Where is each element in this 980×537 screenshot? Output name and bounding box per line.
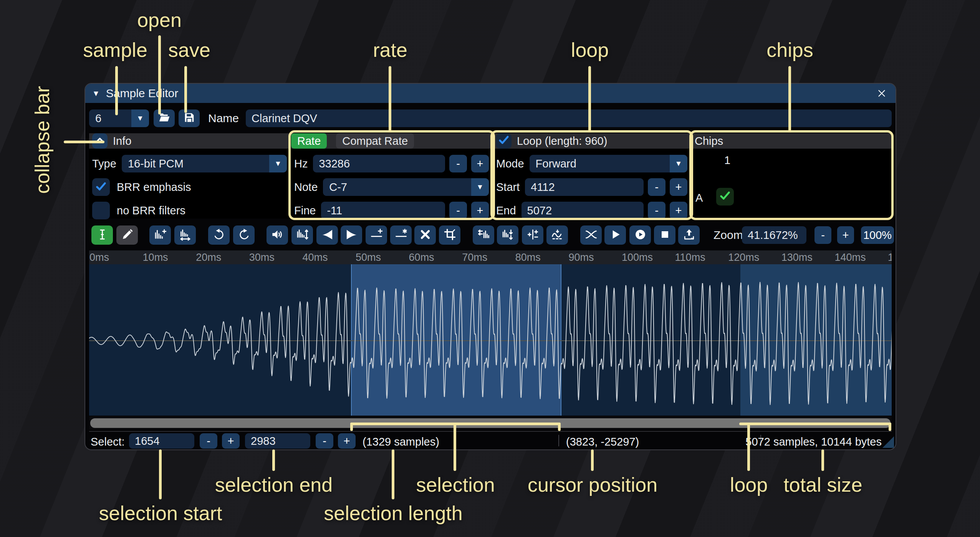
sample-selector-value: 6 bbox=[89, 109, 131, 127]
hz-input[interactable]: 33286 bbox=[313, 155, 445, 172]
toolbar-adjust-sign-button[interactable] bbox=[522, 225, 543, 245]
loop-end-minus-button[interactable]: - bbox=[648, 202, 665, 219]
total-size-text: 5072 samples, 10144 bytes bbox=[745, 436, 882, 448]
annotation-rate-label: rate bbox=[373, 38, 407, 61]
annotation-collapse-bar-label: collapse bar bbox=[31, 86, 54, 194]
zoom-in-button[interactable]: + bbox=[837, 226, 854, 244]
resize-grip[interactable] bbox=[882, 436, 894, 448]
collapse-info-button[interactable] bbox=[92, 133, 108, 149]
annotation-cursor-position-line bbox=[591, 449, 594, 471]
loop-mode-row: Mode Forward ▼ bbox=[496, 155, 687, 172]
loop-start-input[interactable]: 4112 bbox=[525, 178, 644, 196]
toolbar-reverse-button[interactable] bbox=[473, 225, 494, 245]
loop-end-plus-button[interactable]: + bbox=[670, 202, 687, 219]
chevron-down-icon[interactable]: ▼ bbox=[131, 109, 149, 127]
normalize-icon bbox=[296, 228, 309, 242]
toolbar-preview-sample-button[interactable] bbox=[604, 225, 626, 245]
loop-mode-dropdown[interactable]: Forward ▼ bbox=[530, 155, 687, 172]
chevron-down-icon[interactable]: ▼ bbox=[471, 178, 489, 196]
loop-enable-checkbox[interactable] bbox=[496, 133, 512, 149]
toolbar-trim-button[interactable] bbox=[439, 225, 460, 245]
close-button[interactable] bbox=[875, 86, 889, 100]
loop-mode-label: Mode bbox=[496, 157, 524, 170]
scrollbar-thumb[interactable] bbox=[90, 418, 891, 428]
chevron-down-icon[interactable]: ▼ bbox=[670, 155, 687, 172]
selection-start-plus-button[interactable]: + bbox=[222, 433, 240, 449]
zoom-input[interactable]: 41.1672% bbox=[742, 226, 806, 244]
sample-selector[interactable]: 6 ▼ bbox=[89, 109, 149, 127]
check-icon bbox=[94, 180, 108, 194]
toolbar-fade-out-button[interactable] bbox=[341, 225, 362, 245]
toolbar-apply-silence-button[interactable] bbox=[390, 225, 412, 245]
info-header-label: Info bbox=[113, 135, 131, 148]
hz-plus-button[interactable]: + bbox=[471, 155, 489, 172]
amplify-icon bbox=[271, 228, 284, 242]
no-brr-filters-row: no BRR filters bbox=[92, 202, 287, 219]
fine-label: Fine bbox=[294, 204, 316, 217]
save-sample-button[interactable] bbox=[179, 109, 200, 127]
ruler-tick: 150ms bbox=[888, 252, 892, 264]
loop-start-plus-button[interactable]: + bbox=[670, 178, 687, 196]
reset-zoom-button[interactable]: 100% bbox=[861, 226, 894, 244]
loop-start-minus-button[interactable]: - bbox=[648, 178, 665, 196]
toolbar-redo-button[interactable] bbox=[233, 225, 255, 245]
save-icon bbox=[183, 111, 195, 125]
loop-end-input[interactable]: 5072 bbox=[521, 202, 644, 219]
zoom-out-button[interactable]: - bbox=[814, 226, 831, 244]
titlebar[interactable]: ▼ Sample Editor bbox=[85, 84, 896, 103]
fine-plus-button[interactable]: + bbox=[471, 202, 489, 219]
toolbar-select-mode-button[interactable] bbox=[91, 225, 113, 245]
toolbar-insert-silence-button[interactable] bbox=[366, 225, 387, 245]
ruler-tick: 120ms bbox=[728, 252, 759, 264]
loop-panel: Loop (length: 960) Mode Forward ▼ Start … bbox=[493, 133, 690, 219]
rate-header: Rate Compat Rate bbox=[291, 133, 492, 149]
name-input[interactable]: Clarinet DQV bbox=[246, 109, 892, 127]
toolbar-crossfade-loop-button[interactable] bbox=[580, 225, 602, 245]
tab-rate[interactable]: Rate bbox=[291, 133, 327, 149]
chips-row-label: A bbox=[695, 192, 703, 204]
chips-header: Chips bbox=[692, 133, 892, 149]
chip-a-checkbox[interactable] bbox=[716, 188, 734, 206]
waveform-scrollbar[interactable] bbox=[89, 416, 892, 429]
chevron-up-icon bbox=[94, 134, 106, 148]
toolbar-resize-button[interactable] bbox=[149, 225, 171, 245]
open-sample-button[interactable] bbox=[154, 109, 175, 127]
toolbar-resample-button[interactable] bbox=[174, 225, 196, 245]
tab-compat-rate[interactable]: Compat Rate bbox=[336, 133, 414, 149]
selection-start-input[interactable]: 1654 bbox=[129, 433, 194, 449]
annotation-sample-label: sample bbox=[83, 38, 147, 61]
selection-end-plus-button[interactable]: + bbox=[338, 433, 356, 449]
brr-emphasis-row: BRR emphasis bbox=[92, 178, 287, 196]
toolbar-filter-button[interactable] bbox=[546, 225, 568, 245]
type-dropdown[interactable]: 16-bit PCM ▼ bbox=[122, 155, 287, 172]
fine-minus-button[interactable]: - bbox=[449, 202, 467, 219]
toolbar-normalize-button[interactable] bbox=[291, 225, 313, 245]
toolbar-invert-button[interactable] bbox=[497, 225, 518, 245]
waveform-view[interactable] bbox=[89, 264, 892, 416]
window-collapse-icon[interactable]: ▼ bbox=[92, 89, 100, 98]
time-ruler[interactable]: 0ms10ms20ms30ms40ms50ms60ms70ms80ms90ms1… bbox=[89, 250, 892, 264]
toolbar-fade-in-button[interactable] bbox=[316, 225, 338, 245]
ruler-tick: 30ms bbox=[249, 252, 275, 264]
check-icon bbox=[718, 189, 732, 205]
toolbar-preview-loop-button[interactable] bbox=[629, 225, 651, 245]
toolbar-stop-preview-button[interactable] bbox=[654, 225, 675, 245]
toolbar-delete-button[interactable] bbox=[414, 225, 436, 245]
no-brr-filters-checkbox[interactable] bbox=[92, 202, 110, 219]
toolbar-draw-mode-button[interactable] bbox=[116, 225, 138, 245]
chevron-down-icon[interactable]: ▼ bbox=[269, 155, 287, 172]
selection-end-minus-button[interactable]: - bbox=[316, 433, 333, 449]
type-value: 16-bit PCM bbox=[122, 155, 269, 172]
brr-emphasis-checkbox[interactable] bbox=[92, 178, 110, 196]
crossfade-loop-icon bbox=[585, 228, 598, 242]
stop-preview-icon bbox=[659, 228, 671, 242]
toolbar-load-to-chip-button[interactable] bbox=[678, 225, 700, 245]
selection-end-input[interactable]: 2983 bbox=[245, 433, 310, 449]
toolbar-undo-button[interactable] bbox=[208, 225, 230, 245]
hz-minus-button[interactable]: - bbox=[449, 155, 467, 172]
note-dropdown[interactable]: C-7 ▼ bbox=[323, 178, 489, 196]
toolbar-amplify-button[interactable] bbox=[267, 225, 288, 245]
undo-icon bbox=[213, 228, 225, 242]
selection-start-minus-button[interactable]: - bbox=[200, 433, 217, 449]
fine-input[interactable]: -11 bbox=[321, 202, 445, 219]
